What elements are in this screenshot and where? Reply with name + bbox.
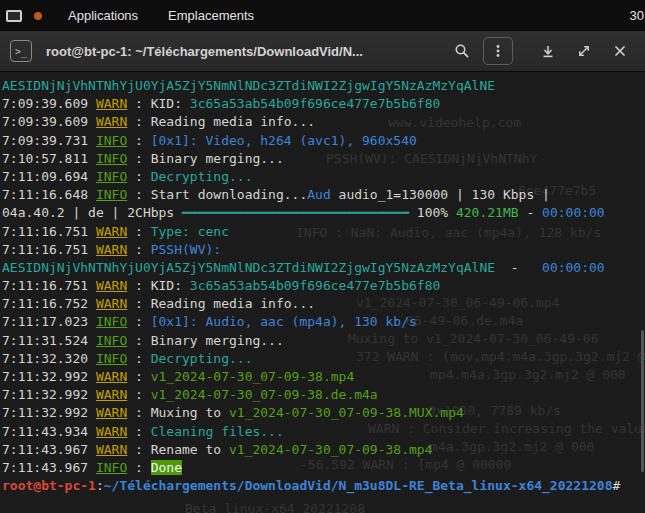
terminal-titlebar: >_ root@bt-pc-1: ~/Téléchargements/Downl… xyxy=(0,31,645,72)
terminal-line: 7:11:09.694 INFO : Decrypting... xyxy=(2,168,645,186)
terminal-line: 7:11:16.751 WARN : Type: cenc xyxy=(2,223,645,241)
monitor-icon xyxy=(6,10,22,22)
maximize-button[interactable] xyxy=(569,37,599,65)
terminal-line: 7:11:16.752 WARN : Reading media info... xyxy=(2,295,645,313)
search-icon xyxy=(454,43,470,59)
clock[interactable]: 30 xyxy=(630,8,645,23)
terminal-line: 7:11:43.934 WARN : Cleaning files... xyxy=(2,423,645,441)
expand-icon xyxy=(576,43,592,59)
notification-dot-icon xyxy=(34,12,42,20)
arrow-down-icon xyxy=(540,43,556,59)
terminal-line: 7:11:16.648 INFO : Start downloading...A… xyxy=(2,186,645,204)
terminal-line: AESIDNjNjVhNTNhYjU0YjA5ZjY5NmNlNDc3ZTdiN… xyxy=(2,259,645,277)
close-button[interactable] xyxy=(605,37,635,65)
close-icon xyxy=(612,43,628,59)
terminal-line: 7:11:43.967 WARN : Rename to v1_2024-07-… xyxy=(2,441,645,459)
scrollbar[interactable] xyxy=(640,72,645,513)
scrollbar-thumb[interactable] xyxy=(641,330,644,472)
terminal-line: 7:11:17.023 INFO : [0x1]: Audio, aac (mp… xyxy=(2,313,645,331)
new-terminal-tab-icon[interactable]: >_ xyxy=(10,40,32,62)
terminal-line: 7:11:16.751 WARN : PSSH(WV): xyxy=(2,241,645,259)
terminal-line: 7:11:43.967 INFO : Done xyxy=(2,459,645,477)
kebab-menu-icon xyxy=(490,43,506,59)
top-panel: Applications Emplacements 30 xyxy=(0,0,645,31)
terminal-line: 7:11:31.524 INFO : Binary merging... xyxy=(2,332,645,350)
terminal-line: 7:11:16.751 WARN : KID: 3c65a53ab54b09f6… xyxy=(2,277,645,295)
menu-places[interactable]: Emplacements xyxy=(164,6,258,25)
terminal-line: 7:09:39.731 INFO : [0x1]: Video, h264 (a… xyxy=(2,132,645,150)
terminal-line: 7:09:39.609 WARN : Reading media info... xyxy=(2,113,645,131)
terminal-line: AESIDNjNjVhNTNhYjU0YjA5ZjY5NmNlNDc3ZTdiN… xyxy=(2,77,645,95)
menu-applications[interactable]: Applications xyxy=(64,6,142,25)
minimize-button[interactable] xyxy=(533,37,563,65)
search-button[interactable] xyxy=(447,37,477,65)
terminal-line: 7:10:57.811 INFO : Binary merging... xyxy=(2,150,645,168)
terminal-line: 7:11:32.992 WARN : Muxing to v1_2024-07-… xyxy=(2,404,645,422)
terminal-line: 7:11:32.992 WARN : v1_2024-07-30_07-09-3… xyxy=(2,368,645,386)
terminal-line: 7:09:39.609 WARN : KID: 3c65a53ab54b09f6… xyxy=(2,95,645,113)
terminal-line: 04a.40.2 | de | 2CHbps ━━━━━━━━━━━━━━━━━… xyxy=(2,204,645,222)
terminal-line: 7:11:32.320 INFO : Decrypting... xyxy=(2,350,645,368)
desktop-screen: Applications Emplacements 30 >_ root@bt-… xyxy=(0,0,645,513)
menu-button[interactable] xyxy=(483,37,513,65)
terminal-output: AESIDNjNjVhNTNhYjU0YjA5ZjY5NmNlNDc3ZTdiN… xyxy=(0,72,645,513)
terminal-window[interactable]: www.videohelp.comPSSH(WV): CAESIDNjNjVhN… xyxy=(0,72,645,513)
window-title: root@bt-pc-1: ~/Téléchargements/Download… xyxy=(46,44,441,59)
terminal-line: root@bt-pc-1:~/Téléchargements/DownloadV… xyxy=(2,477,645,495)
terminal-line: 7:11:32.992 WARN : v1_2024-07-30_07-09-3… xyxy=(2,386,645,404)
